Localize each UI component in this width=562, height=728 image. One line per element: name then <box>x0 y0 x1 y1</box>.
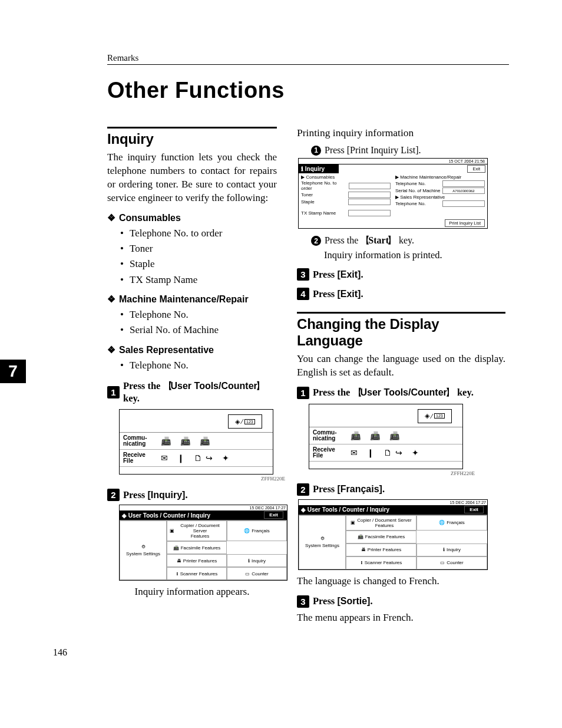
inq-group-head: ▶ Consumables <box>301 174 391 180</box>
inq-exit-button: Exit <box>467 165 485 173</box>
figure-user-tools: 15 DEC 2004 17:27 ◈ User Tools / Counter… <box>298 499 488 570</box>
heading-language: Changing the Display Language <box>297 312 505 349</box>
scanner-icon: ⫿ <box>361 560 363 565</box>
substep-2: 2 Press the Start key. <box>311 235 505 247</box>
figure-user-tools: 15 DEC 2004 17:27 ◈ User Tools / Counter… <box>119 505 287 581</box>
subhead-maintenance: Machine Maintenance/Repair <box>107 294 277 305</box>
diamond-icon: ◈ <box>425 412 429 420</box>
ut-francais: 🌐Français <box>416 515 487 531</box>
lang-step-1: 1 Press the User Tools/Counter key. <box>297 387 505 399</box>
button-label-francais: [Français] <box>337 484 382 494</box>
ut-copier: ▣Copier / Document Server Features <box>167 521 227 541</box>
punct: . <box>370 595 372 607</box>
inq-datetime: 15 OCT 2004 21:58 <box>449 159 485 163</box>
step-text: Press <box>123 489 145 500</box>
ut-scanner: ⫿Scanner Features <box>167 567 227 580</box>
ut-scanner: ⫿Scanner Features <box>346 556 416 569</box>
step-text: key. <box>399 235 414 245</box>
punct: . <box>419 145 421 155</box>
step-2: 2 Press [Inquiry]. <box>107 489 277 501</box>
ut-counter: ▭Counter <box>416 556 487 569</box>
ut-fax: 📠Facsimile Features <box>167 541 227 554</box>
counter-icon: 123 <box>244 419 255 424</box>
ut-inquiry: ℹInquiry <box>227 554 287 567</box>
list-item: Staple <box>130 256 277 272</box>
globe-icon: 🌐 <box>244 528 250 533</box>
keycap-start: Start <box>361 235 396 245</box>
step-number-icon: 4 <box>297 288 309 300</box>
step-text: key. <box>457 387 474 398</box>
list-item: Serial No. of Machine <box>130 322 277 338</box>
scanner-icon: ⫿ <box>176 571 178 577</box>
inq-group-head: ▶ Sales Representative <box>395 195 485 200</box>
ut-printer: 🖶Printer Features <box>167 554 227 567</box>
figure-caption: ZFFH220E <box>119 476 285 482</box>
lcd-icons: 📠 📠 📠 <box>351 431 403 440</box>
fax-icon: 📠 <box>358 534 363 539</box>
ut-copier: ▣Copier / Document Server Features <box>346 515 416 531</box>
step-number-icon: 1 <box>107 386 120 398</box>
step-text: Press the <box>313 387 350 398</box>
list-item: Telephone No. <box>130 307 277 322</box>
inq-value-box: A7010300362 <box>442 187 485 194</box>
punct: . <box>361 269 363 280</box>
ut-datetime: 15 DEC 2004 17:27 <box>299 500 487 505</box>
inq-label: Telephone No. <box>395 201 426 206</box>
lcd-row-label: Commu- nicating <box>123 435 155 447</box>
subhead-consumables: Consumables <box>107 212 277 223</box>
printer-icon: 🖶 <box>361 547 366 552</box>
ut-counter: ▭Counter <box>227 567 287 580</box>
copier-icon: ▣ <box>170 528 174 533</box>
paragraph-inquiry: The inquiry function lets you check the … <box>107 151 277 205</box>
step-number-icon: 2 <box>297 483 309 496</box>
punct: . <box>185 489 187 500</box>
subhead-sales: Sales Representative <box>107 344 277 355</box>
heading-inquiry: Inquiry <box>107 127 277 147</box>
inq-label: Serial No. of Machine <box>395 188 440 193</box>
subheading-printing: Printing inquiry information <box>297 127 505 139</box>
lcd-row-label: Receive File <box>123 452 155 464</box>
ut-francais: 🌐Français <box>227 521 287 541</box>
inq-value-box <box>348 199 391 205</box>
step-text: Press <box>325 145 345 155</box>
chapter-tab: 7 <box>0 360 26 383</box>
lcd-icons: ✉ ❙ 🗋↪ ✦ <box>161 453 233 463</box>
list-sales: Telephone No. <box>107 358 277 373</box>
printer-icon: 🖶 <box>177 558 181 564</box>
button-label-inquiry: [Inquiry] <box>147 490 185 500</box>
ut-exit-button: Exit <box>464 506 484 513</box>
inq-value-box <box>442 180 485 187</box>
inq-value-box <box>349 183 391 189</box>
substep-number-icon: 1 <box>311 146 321 156</box>
inq-print-button: Print Inquiry List <box>445 219 485 227</box>
list-item: TX Stamp Name <box>130 272 277 288</box>
button-label-exit: [Exit] <box>337 269 361 279</box>
running-head: Remarks <box>107 53 509 65</box>
list-item: Toner <box>130 241 277 256</box>
lcd-top-button: ◈ ⁄ 123 <box>228 414 262 429</box>
ut-fax: 📠Facsimile Features <box>346 531 416 543</box>
step-4: 4 Press [Exit]. <box>297 288 505 300</box>
lang-step-2: 2 Press [Français]. <box>297 483 505 496</box>
figure-lcd: ◈ ⁄ 123 Commu- nicating 📠 📠 📠 Receive Fi… <box>119 409 277 482</box>
inq-label: Toner <box>301 192 313 197</box>
step-number-icon: 1 <box>297 387 309 399</box>
keycap-user-tools: User Tools/Counter <box>353 387 455 397</box>
step-3: 3 Press [Exit]. <box>297 268 505 281</box>
substep-1: 1 Press [Print Inquiry List]. <box>311 145 505 156</box>
substep-number-icon: 2 <box>311 236 321 246</box>
lcd-top-button: ◈ ⁄ 123 <box>418 409 452 423</box>
ut-printer: 🖶Printer Features <box>346 543 416 556</box>
figure-lcd: ◈ ⁄ 123 Commu- nicating 📠 📠 📠 Receive Fi… <box>309 404 505 476</box>
diamond-icon: ◈ <box>235 418 240 426</box>
punct: . <box>361 288 363 299</box>
after-step2: Inquiry information appears. <box>107 585 277 599</box>
fax-icon: 📠 <box>173 545 179 551</box>
keycap-user-tools: User Tools/Counter <box>163 381 265 391</box>
inq-group-head: ▶ Machine Maintenance/Repair <box>395 174 485 180</box>
step-text: Press the <box>325 235 358 245</box>
info-icon: ℹ <box>248 558 250 564</box>
lcd-icons: ✉ ❙ 🗋↪ ✦ <box>351 448 422 457</box>
figure-caption: ZFFH220E <box>309 470 475 476</box>
step-text: Press <box>313 269 335 280</box>
